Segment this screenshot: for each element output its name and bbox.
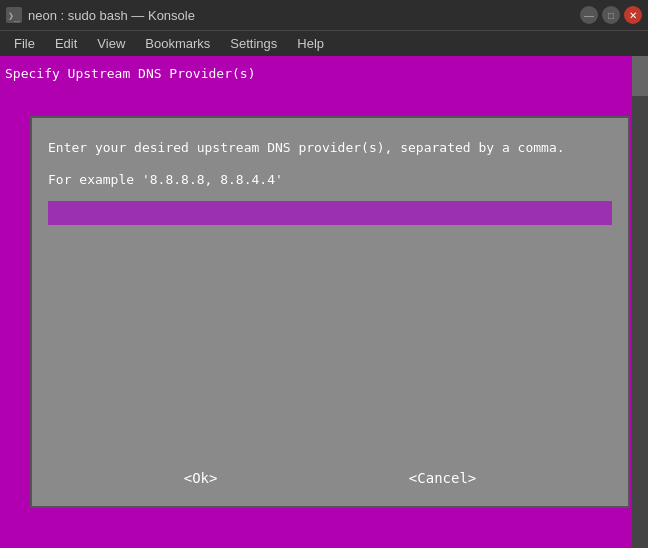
dialog-text-line1: Enter your desired upstream DNS provider…: [48, 138, 612, 158]
title-bar-left: ❯_ neon : sudo bash — Konsole: [6, 7, 195, 23]
dialog-box: Enter your desired upstream DNS provider…: [30, 116, 630, 508]
close-button[interactable]: ✕: [624, 6, 642, 24]
ok-button[interactable]: <Ok>: [172, 466, 230, 490]
window-controls: — □ ✕: [580, 6, 642, 24]
menu-settings[interactable]: Settings: [220, 34, 287, 53]
app-icon: ❯_: [6, 7, 22, 23]
dialog-text-line2: For example '8.8.8.8, 8.8.4.4': [48, 170, 612, 190]
terminal-area: Specify Upstream DNS Provider(s) Enter y…: [0, 56, 648, 548]
scrollbar-thumb[interactable]: [632, 56, 648, 96]
menu-help[interactable]: Help: [287, 34, 334, 53]
menu-bookmarks[interactable]: Bookmarks: [135, 34, 220, 53]
dialog-spacer: [48, 241, 612, 466]
maximize-button[interactable]: □: [602, 6, 620, 24]
menu-bar: File Edit View Bookmarks Settings Help: [0, 30, 648, 56]
title-bar: ❯_ neon : sudo bash — Konsole — □ ✕: [0, 0, 648, 30]
window-title: neon : sudo bash — Konsole: [28, 8, 195, 23]
main-window: ❯_ neon : sudo bash — Konsole — □ ✕ File…: [0, 0, 648, 548]
menu-edit[interactable]: Edit: [45, 34, 87, 53]
dns-input[interactable]: [48, 201, 612, 225]
menu-view[interactable]: View: [87, 34, 135, 53]
terminal-line-1: Specify Upstream DNS Provider(s): [5, 66, 255, 81]
dialog-input-wrapper: [48, 201, 612, 225]
minimize-button[interactable]: —: [580, 6, 598, 24]
scrollbar-track[interactable]: [632, 56, 648, 548]
dialog-buttons: <Ok> <Cancel>: [48, 466, 612, 490]
cancel-button[interactable]: <Cancel>: [397, 466, 488, 490]
menu-file[interactable]: File: [4, 34, 45, 53]
